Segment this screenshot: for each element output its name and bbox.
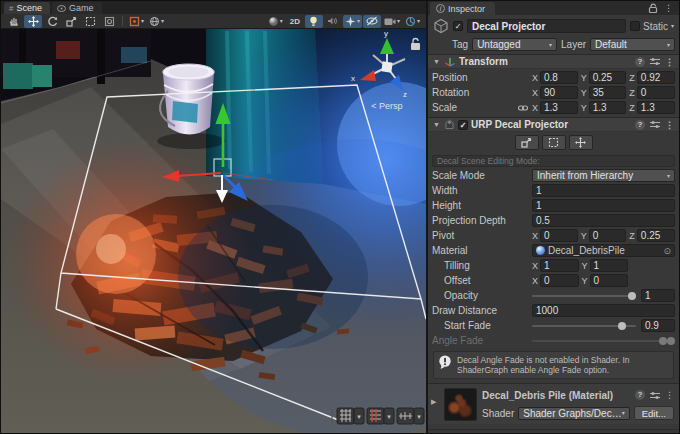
grid-snap-toolbar: ▾ ▾ ▾	[331, 408, 424, 425]
position-z-field[interactable]: 0.92	[637, 71, 675, 84]
pivot-z-field[interactable]: 0.25	[637, 229, 675, 242]
unity-editor-window: # Scene Game	[0, 0, 680, 434]
component-menu-icon[interactable]: ⋮	[665, 120, 674, 130]
gameobject-cube-icon[interactable]	[433, 18, 449, 34]
decal-projector-component-icon	[444, 119, 455, 130]
offset-y-field[interactable]: 0	[590, 274, 628, 287]
tab-game[interactable]: Game	[52, 2, 102, 14]
x-axis-label: X	[532, 261, 538, 271]
pivot-y-field[interactable]: 0	[589, 229, 627, 242]
rotation-x-field[interactable]: 90	[540, 86, 578, 99]
position-x-field[interactable]: 0.8	[540, 71, 578, 84]
persp-label[interactable]: < Persp	[371, 101, 402, 111]
rotate-tool-button[interactable]	[43, 15, 61, 28]
scale-z-field[interactable]: 1.3	[637, 101, 675, 114]
svg-text:▾: ▾	[387, 413, 391, 420]
scene-viewport[interactable]: y x z < Persp ▾	[1, 29, 426, 433]
hand-tool-button[interactable]	[5, 15, 23, 28]
start-fade-slider-knob[interactable]	[618, 322, 626, 330]
edit-scale-mode-button[interactable]	[515, 135, 539, 150]
height-field[interactable]: 1	[532, 199, 675, 212]
scene-panel: # Scene Game	[1, 1, 428, 433]
help-icon[interactable]: ?	[635, 57, 645, 67]
scale-x-field[interactable]: 1.3	[540, 101, 578, 114]
shader-edit-button[interactable]: Edit...	[634, 406, 674, 420]
gizmos-menu-button[interactable]: ▾	[403, 15, 422, 28]
effects-toggle-button[interactable]: ▾	[343, 15, 362, 28]
layer-dropdown[interactable]: Default ▾	[590, 38, 675, 51]
pivot-x-field[interactable]: 0	[540, 229, 578, 242]
gameobject-name-field[interactable]: Decal Projector	[467, 19, 626, 33]
tilling-x-field[interactable]: 1	[540, 259, 578, 272]
scene-visibility-button[interactable]	[363, 15, 381, 28]
draw-distance-field[interactable]: 1000	[532, 304, 675, 317]
grid-visibility-button[interactable]: ▾	[337, 408, 364, 424]
camera-settings-button[interactable]: ▾	[382, 15, 402, 28]
lock-icon[interactable]	[648, 3, 658, 13]
presets-icon[interactable]	[650, 57, 660, 66]
help-icon[interactable]: ?	[635, 390, 645, 400]
decal-projector-header[interactable]: ▼ ✓ URP Decal Projector ? ⋮	[428, 117, 679, 132]
shading-mode-button[interactable]: ▾	[266, 15, 285, 28]
height-label: Height	[432, 200, 532, 211]
component-enabled-checkbox[interactable]: ✓	[458, 120, 468, 130]
transform-header[interactable]: ▼ Transform ? ⋮	[428, 54, 679, 69]
lighting-toggle-button[interactable]	[305, 15, 323, 28]
y-axis-label: Y	[581, 231, 587, 241]
component-menu-icon[interactable]: ⋮	[665, 57, 674, 67]
opacity-field[interactable]: 1	[641, 289, 675, 302]
shader-dropdown[interactable]: Shader Graphs/Decal_HeightMask ▾	[518, 407, 629, 420]
handle-orientation-button[interactable]: ▾	[147, 15, 166, 28]
material-object-field[interactable]: Decal_DebrisPile ⊙	[532, 244, 675, 257]
start-fade-slider[interactable]	[532, 319, 636, 332]
audio-toggle-button[interactable]	[324, 15, 342, 28]
snap-increment-button[interactable]: ▾	[367, 408, 394, 424]
projection-depth-field[interactable]: 0.5	[532, 214, 675, 227]
active-checkbox[interactable]: ✓	[453, 21, 463, 31]
x-axis-label: X	[532, 73, 538, 83]
foldout-icon[interactable]: ▼	[433, 58, 441, 65]
static-label: Static	[643, 21, 668, 32]
pivot-toggle-button[interactable]: ▾	[127, 15, 146, 28]
scale-y-field[interactable]: 1.3	[589, 101, 627, 114]
presets-icon[interactable]	[650, 391, 660, 400]
start-fade-field[interactable]: 0.9	[641, 319, 675, 332]
position-y-field[interactable]: 0.25	[589, 71, 627, 84]
edit-pivot-mode-button[interactable]	[569, 135, 593, 150]
rotation-y-field[interactable]: 35	[589, 86, 627, 99]
grid-settings-button[interactable]: ▾	[397, 408, 424, 424]
scale-mode-dropdown[interactable]: Inherit from Hierarchy ▾	[532, 169, 675, 182]
warning-text: Decal Angle Fade is not enabled in Shade…	[457, 355, 669, 375]
tab-scene[interactable]: # Scene	[4, 2, 50, 14]
tilling-y-field[interactable]: 1	[590, 259, 628, 272]
x-axis-label: X	[532, 276, 538, 286]
eye-slash-icon	[366, 16, 378, 26]
static-checkbox[interactable]	[630, 21, 640, 31]
foldout-icon[interactable]: ▼	[433, 121, 441, 128]
move-tool-button[interactable]	[24, 15, 42, 28]
edit-crop-mode-button[interactable]	[542, 135, 566, 150]
transform-tool-button[interactable]	[100, 15, 118, 28]
offset-x-field[interactable]: 0	[540, 274, 578, 287]
material-sphere-icon	[536, 246, 545, 255]
tab-game-label: Game	[69, 3, 94, 13]
constrain-proportions-icon[interactable]	[518, 104, 528, 112]
static-dropdown-icon[interactable]: ▾	[671, 23, 674, 29]
component-menu-icon[interactable]: ⋮	[665, 390, 674, 400]
axis-x-label: x	[351, 74, 355, 83]
material-thumbnail[interactable]	[444, 388, 477, 421]
opacity-slider[interactable]	[532, 289, 636, 302]
scale-tool-button[interactable]	[62, 15, 80, 28]
2d-toggle-button[interactable]: 2D	[286, 15, 304, 28]
material-foldout-icon[interactable]: ▶	[431, 398, 439, 406]
presets-icon[interactable]	[650, 120, 660, 129]
help-icon[interactable]: ?	[635, 120, 645, 130]
tag-dropdown[interactable]: Untagged ▾	[472, 38, 557, 51]
rotation-z-field[interactable]: 0	[637, 86, 675, 99]
rect-tool-button[interactable]	[81, 15, 99, 28]
width-field[interactable]: 1	[532, 184, 675, 197]
object-picker-icon[interactable]: ⊙	[663, 246, 671, 256]
opacity-slider-knob[interactable]	[628, 292, 636, 300]
tab-inspector[interactable]: i Inspector	[430, 2, 495, 15]
inspector-menu-icon[interactable]: ⋮	[664, 3, 673, 13]
